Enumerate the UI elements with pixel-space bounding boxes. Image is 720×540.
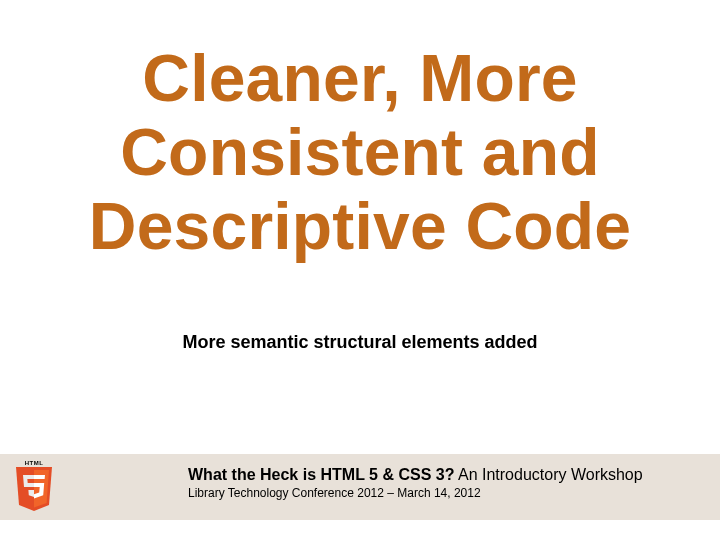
footer-title-rest: An Introductory Workshop [454, 466, 642, 483]
html5-logo-label: HTML [12, 460, 56, 466]
footer-title-line: What the Heck is HTML 5 & CSS 3? An Intr… [188, 466, 710, 484]
footer-conference-line: Library Technology Conference 2012 – Mar… [188, 486, 710, 500]
html5-shield-icon [14, 467, 54, 511]
slide: Cleaner, More Consistent and Descriptive… [0, 0, 720, 540]
slide-title: Cleaner, More Consistent and Descriptive… [0, 42, 720, 264]
html5-logo: HTML [12, 460, 56, 514]
slide-subtitle: More semantic structural elements added [0, 332, 720, 353]
footer-title-bold: What the Heck is HTML 5 & CSS 3? [188, 466, 454, 483]
footer-band: HTML What the Heck is HTML 5 & CSS 3? An… [0, 454, 720, 520]
footer-text: What the Heck is HTML 5 & CSS 3? An Intr… [188, 466, 710, 500]
